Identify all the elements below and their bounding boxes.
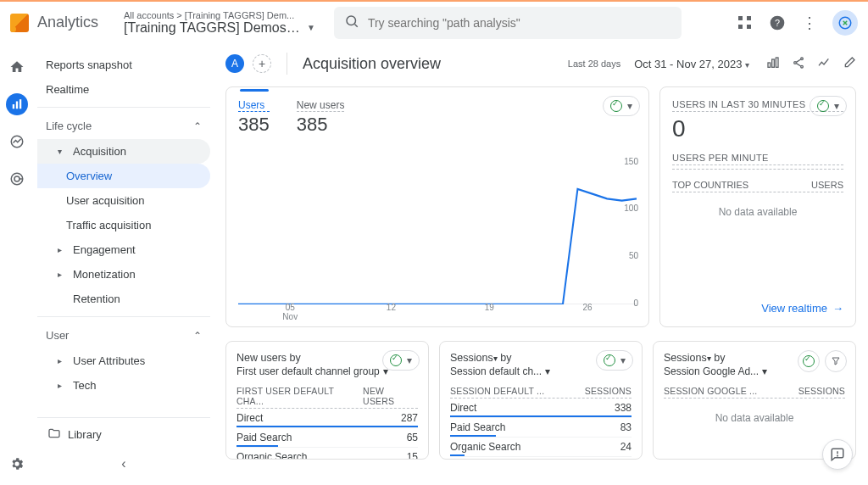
- metric-label: Users: [238, 99, 270, 112]
- svg-rect-5: [747, 25, 751, 29]
- svg-rect-10: [16, 102, 18, 109]
- advertising-icon[interactable]: [6, 168, 28, 190]
- page-title: Acquisition overview: [303, 55, 441, 73]
- svg-rect-17: [776, 58, 778, 67]
- card-options-button[interactable]: ▾: [810, 96, 847, 116]
- sidebar-item-realtime[interactable]: Realtime: [37, 77, 210, 102]
- chevron-right-icon: ▸: [58, 356, 70, 365]
- explore-icon[interactable]: [6, 131, 28, 153]
- table-row[interactable]: Direct287: [236, 409, 418, 428]
- sidebar-item-label: Reports snapshot: [46, 59, 132, 71]
- chevron-up-icon: ⌃: [193, 330, 202, 342]
- check-icon: [610, 100, 622, 112]
- search-input[interactable]: [368, 16, 671, 30]
- metric-users[interactable]: Users 385: [238, 99, 270, 136]
- table-row[interactable]: Organic Search15: [236, 448, 418, 460]
- audience-chip[interactable]: A: [225, 54, 244, 73]
- sidebar-item-user-acquisition[interactable]: User acquisition: [37, 188, 210, 213]
- svg-point-20: [801, 65, 804, 68]
- svg-line-1: [354, 24, 357, 26]
- realtime-card: ▾ USERS IN LAST 30 MINUTES 0 USERS PER M…: [659, 86, 856, 327]
- new-users-by-channel-card: ▾ New users by First user default channe…: [225, 341, 429, 460]
- customize-icon[interactable]: [766, 56, 780, 72]
- date-range-label: Last 28 days: [568, 59, 620, 69]
- nav-rail: [0, 44, 34, 485]
- table-row[interactable]: Direct338: [450, 399, 632, 418]
- no-data-message: No data available: [672, 206, 843, 218]
- svg-rect-9: [13, 104, 14, 109]
- check-button[interactable]: [798, 350, 820, 372]
- app-header: Analytics All accounts > [Training TAGGR…: [0, 0, 868, 44]
- analytics-logo-icon: [10, 14, 29, 32]
- sidebar-item-traffic-acquisition[interactable]: Traffic acquisition: [37, 213, 210, 237]
- sidebar-section-user[interactable]: User ⌃: [37, 322, 210, 348]
- sessions-by-google-ads-card: Sessions▾ by Session Google Ad...▾ SESSI…: [653, 341, 856, 460]
- svg-rect-11: [19, 99, 21, 109]
- svg-point-19: [794, 61, 797, 64]
- sidebar-item-user-attributes[interactable]: ▸User Attributes: [37, 348, 210, 373]
- chevron-down-icon: ▾: [762, 365, 767, 377]
- card-options-button[interactable]: ▾: [596, 350, 633, 371]
- feedback-button[interactable]: [822, 439, 853, 470]
- search-bar[interactable]: [334, 7, 682, 39]
- metric-value: 385: [238, 114, 270, 136]
- chevron-down-icon: ▼: [307, 23, 315, 32]
- more-icon[interactable]: ⋮: [800, 14, 819, 32]
- svg-point-23: [837, 455, 838, 456]
- view-realtime-link[interactable]: View realtime →: [672, 302, 843, 315]
- sessions-by-channel-card: ▾ Sessions▾ by Session default ch...▾ SE…: [439, 341, 643, 460]
- reports-icon[interactable]: [6, 93, 28, 115]
- insights-icon[interactable]: [817, 56, 831, 72]
- arrow-right-icon: →: [832, 302, 843, 315]
- svg-rect-15: [768, 63, 771, 67]
- account-selector[interactable]: All accounts > [Training TAGGRS] Dem... …: [124, 10, 315, 36]
- chevron-down-icon: ▾: [627, 100, 632, 112]
- sidebar-section-lifecycle[interactable]: Life cycle ⌃: [37, 113, 210, 139]
- home-icon[interactable]: [6, 56, 28, 78]
- chevron-up-icon: ⌃: [193, 120, 202, 132]
- table-row[interactable]: Organic Search24: [450, 438, 632, 457]
- sidebar-item-snapshot[interactable]: Reports snapshot: [37, 53, 210, 77]
- edit-icon[interactable]: [843, 56, 856, 72]
- sidebar-item-engagement[interactable]: ▸Engagement: [37, 237, 210, 262]
- chevron-down-icon: ▾: [58, 147, 70, 156]
- property-name: [Training TAGGRS] Demosh...: [124, 20, 302, 36]
- line-chart: 150 100 50 0: [238, 160, 637, 304]
- sidebar-item-acquisition[interactable]: ▾ Acquisition: [37, 139, 210, 164]
- sidebar-item-retention[interactable]: ▸Retention: [37, 287, 210, 311]
- logo-area[interactable]: Analytics: [10, 14, 112, 32]
- card-options-button[interactable]: ▾: [382, 350, 420, 371]
- logo-text: Analytics: [37, 14, 98, 31]
- share-icon[interactable]: [792, 56, 805, 72]
- chevron-down-icon: ▾: [620, 354, 626, 366]
- add-comparison-button[interactable]: +: [253, 54, 271, 73]
- settings-icon[interactable]: [6, 453, 28, 475]
- svg-rect-16: [772, 59, 775, 67]
- card-options-button[interactable]: ▾: [603, 96, 640, 116]
- col-top-countries: TOP COUNTRIES: [672, 180, 748, 190]
- reports-sidebar: Reports snapshot Realtime Life cycle ⌃ ▾…: [34, 44, 214, 485]
- sidebar-item-label: Realtime: [46, 83, 89, 96]
- table-row[interactable]: Paid Search65: [236, 428, 418, 448]
- help-icon[interactable]: ?: [768, 14, 787, 32]
- avatar[interactable]: [832, 10, 858, 36]
- apps-icon[interactable]: [736, 14, 754, 32]
- filter-button[interactable]: [825, 350, 847, 372]
- sidebar-item-tech[interactable]: ▸Tech: [37, 373, 210, 398]
- col-users: USERS: [811, 180, 843, 190]
- sidebar-item-library[interactable]: Library: [37, 417, 210, 451]
- sidebar-item-overview[interactable]: Overview: [37, 164, 210, 188]
- metric-label: New users: [297, 99, 345, 112]
- date-range-picker[interactable]: Oct 31 - Nov 27, 2023 ▾: [634, 58, 749, 70]
- metric-new-users[interactable]: New users 385: [297, 99, 345, 136]
- search-icon: [344, 14, 359, 32]
- chevron-right-icon: ▸: [58, 245, 70, 254]
- table-row[interactable]: Paid Search83: [450, 418, 632, 438]
- sidebar-item-monetization[interactable]: ▸Monetization: [37, 262, 210, 287]
- collapse-sidebar-icon[interactable]: ‹: [37, 451, 210, 477]
- chevron-down-icon: ▾: [407, 354, 412, 366]
- users-per-minute-label: USERS PER MINUTE: [672, 153, 843, 165]
- chevron-down-icon: ▾: [745, 60, 749, 70]
- svg-point-18: [801, 58, 804, 60]
- svg-rect-2: [738, 16, 743, 20]
